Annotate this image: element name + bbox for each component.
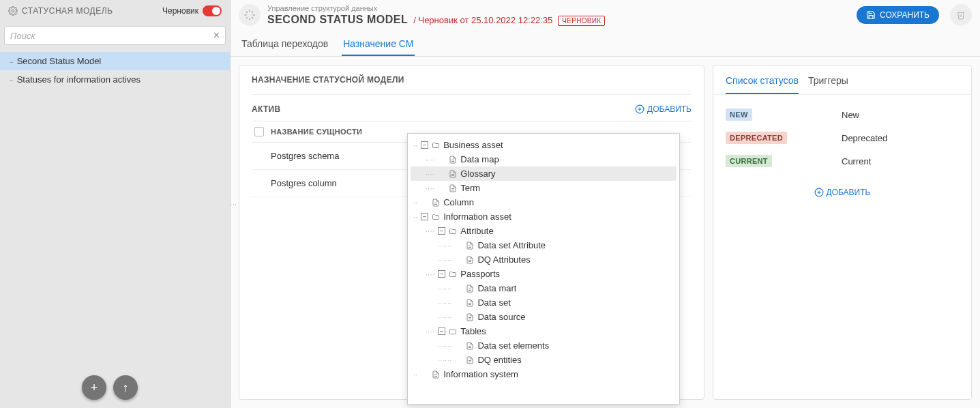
right-tab[interactable]: Список статусов xyxy=(726,72,799,94)
tree-toggle-icon[interactable]: − xyxy=(438,227,445,235)
clear-icon[interactable]: × xyxy=(213,29,220,42)
tree-node[interactable]: ······Data set xyxy=(411,295,677,310)
header-title-row: SECOND STATUS MODEL / Черновик от 25.10.… xyxy=(267,14,850,26)
tree-guide-icon: ···· xyxy=(426,270,435,278)
gear-icon xyxy=(8,6,18,16)
tree-node-label: DQ entities xyxy=(477,355,521,365)
tree-node-label: DQ Attributes xyxy=(477,254,530,265)
tree-node-label: Column xyxy=(443,197,474,207)
status-label: New xyxy=(842,110,959,120)
tree-node[interactable]: ····Term xyxy=(411,181,677,195)
status-model-item[interactable]: Statuses for information actives xyxy=(0,70,230,89)
main-tabs: Таблица переходовНазначение СМ xyxy=(231,30,980,57)
document-icon xyxy=(465,242,475,250)
draft-badge: ЧЕРНОВИК xyxy=(558,16,605,26)
tree-toggle-icon[interactable]: − xyxy=(421,213,428,220)
tree-node-label: Data source xyxy=(477,312,525,322)
tree-node[interactable]: ······DQ entities xyxy=(411,353,677,367)
tree-node[interactable]: ······Data source xyxy=(411,310,677,324)
sidebar: СТАТУСНАЯ МОДЕЛЬ Черновик × Second Statu… xyxy=(0,0,231,408)
entity-tree-popup[interactable]: ··−Business asset····Data map····Glossar… xyxy=(407,133,680,405)
tree-node[interactable]: ····−Passports xyxy=(411,267,677,281)
document-icon xyxy=(465,256,475,264)
tree-node[interactable]: ······Data mart xyxy=(411,281,677,295)
sidebar-title-text: СТАТУСНАЯ МОДЕЛЬ xyxy=(22,6,113,16)
entity-column-header: НАЗВАНИЕ СУЩНОСТИ xyxy=(271,128,362,136)
tree-toggle-icon[interactable]: − xyxy=(438,270,445,278)
tree-guide-icon: ······ xyxy=(438,342,452,350)
delete-button[interactable] xyxy=(950,4,972,26)
search-input[interactable] xyxy=(10,31,213,41)
tree-node[interactable]: ······Data set Attribute xyxy=(411,238,677,252)
tree-node[interactable]: ····Data map xyxy=(411,152,677,166)
tree-toggle-icon[interactable]: − xyxy=(438,327,445,335)
tree-node-label: Data set Attribute xyxy=(477,240,546,250)
add-asset-label: ДОБАВИТЬ xyxy=(647,104,692,114)
status-label: Current xyxy=(842,156,959,166)
tree-node-label: Passports xyxy=(460,269,500,279)
folder-icon xyxy=(431,141,441,149)
statuses-panel: Список статусовТриггеры NEWNewDEPRECATED… xyxy=(713,65,972,400)
sidebar-header: СТАТУСНАЯ МОДЕЛЬ Черновик xyxy=(0,0,230,22)
tree-node-label: Business asset xyxy=(443,140,503,150)
tree-node-label: Data set elements xyxy=(477,340,549,351)
main-tab[interactable]: Таблица переходов xyxy=(240,34,329,56)
tree-guide-icon: ·· xyxy=(413,370,418,379)
up-button[interactable]: ↑ xyxy=(113,375,138,400)
tree-toggle-icon[interactable]: − xyxy=(421,141,428,149)
document-icon xyxy=(431,199,441,207)
tree-node-label: Data set xyxy=(477,297,510,308)
right-tab[interactable]: Триггеры xyxy=(808,72,848,94)
assignment-panel-title: НАЗНАЧЕНИЕ СТАТУСНОЙ МОДЕЛИ xyxy=(239,65,704,94)
main-tab[interactable]: Назначение СМ xyxy=(342,34,415,56)
draft-timestamp: / Черновик от 25.10.2022 12:22:35 xyxy=(413,15,552,25)
draft-toggle-label: Черновик xyxy=(162,6,198,16)
add-status-wrap: ДОБАВИТЬ xyxy=(713,181,971,204)
status-list: NEWNewDEPRECATEDDeprecatedCURRENTCurrent xyxy=(713,95,971,181)
search-box: × xyxy=(4,26,226,45)
tree-node-label: Information asset xyxy=(443,212,511,222)
add-asset-button[interactable]: ДОБАВИТЬ xyxy=(635,104,692,114)
asset-label: АКТИВ xyxy=(252,104,280,114)
status-row[interactable]: DEPRECATEDDeprecated xyxy=(726,126,959,149)
tree-node[interactable]: ····Glossary xyxy=(411,166,677,181)
tree-node[interactable]: ····−Attribute xyxy=(411,224,677,238)
status-model-list: Second Status ModelStatuses for informat… xyxy=(0,49,230,91)
tree-guide-icon: ······ xyxy=(438,313,452,321)
document-icon xyxy=(448,170,458,178)
tree-node[interactable]: ······Data set elements xyxy=(411,338,677,353)
resize-handle-icon[interactable]: ⋮ xyxy=(230,201,237,207)
tree-guide-icon: ···· xyxy=(426,156,435,164)
status-row[interactable]: CURRENTCurrent xyxy=(726,149,959,173)
tree-node-label: Data mart xyxy=(477,283,516,293)
tree-node-label: Information system xyxy=(443,369,518,379)
document-icon xyxy=(448,184,458,192)
document-icon xyxy=(431,370,441,379)
tree-node[interactable]: ····−Tables xyxy=(411,324,677,338)
tree-node[interactable]: ··Information system xyxy=(411,367,677,381)
tree-node-label: Attribute xyxy=(460,226,493,236)
tree-node[interactable]: ··Column xyxy=(411,195,677,209)
tree-node-label: Glossary xyxy=(460,169,495,179)
tree-node[interactable]: ··−Information asset xyxy=(411,209,677,224)
save-button[interactable]: СОХРАНИТЬ xyxy=(857,6,939,24)
tree-node[interactable]: ······DQ Attributes xyxy=(411,252,677,267)
folder-icon xyxy=(448,227,458,235)
save-button-label: СОХРАНИТЬ xyxy=(880,10,930,20)
tree-guide-icon: ······ xyxy=(438,356,452,364)
add-status-button[interactable]: ДОБАВИТЬ xyxy=(814,188,871,197)
tree-node[interactable]: ··−Business asset xyxy=(411,138,677,152)
status-model-item[interactable]: Second Status Model xyxy=(0,52,230,70)
folder-icon xyxy=(448,327,458,336)
tree-guide-icon: ···· xyxy=(426,327,435,336)
status-row[interactable]: NEWNew xyxy=(726,103,959,126)
entity-tree: ··−Business asset····Data map····Glossar… xyxy=(408,134,679,385)
draft-toggle[interactable] xyxy=(203,5,222,16)
select-all-checkbox[interactable] xyxy=(254,127,264,136)
document-icon xyxy=(448,156,458,164)
page-title: SECOND STATUS MODEL xyxy=(267,14,408,26)
add-button[interactable]: + xyxy=(82,375,106,400)
document-icon xyxy=(465,342,475,350)
tree-guide-icon: ······ xyxy=(438,256,452,264)
status-badge: DEPRECATED xyxy=(726,132,787,144)
